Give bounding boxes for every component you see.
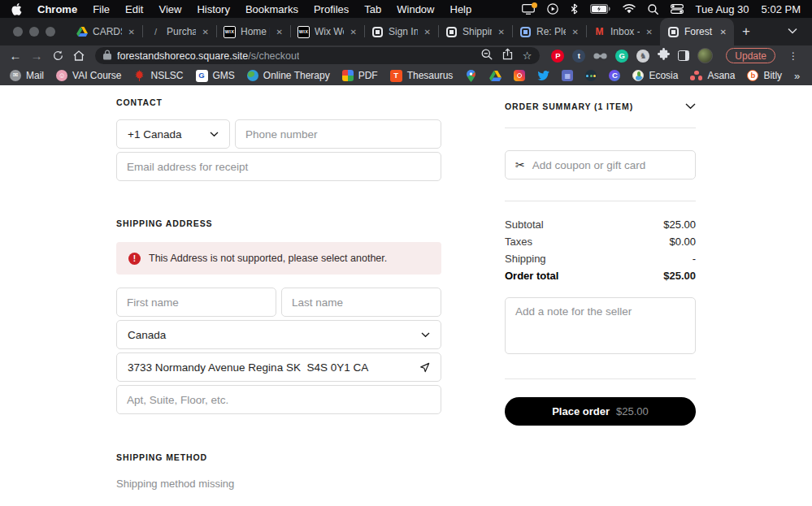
lock-icon[interactable] [103, 49, 111, 63]
twitter-bird-icon [537, 70, 549, 82]
tab-shipping[interactable]: Shipping ✕ [438, 18, 512, 45]
control-center-icon[interactable] [671, 4, 684, 14]
bookmark-dots-app[interactable] [585, 70, 597, 81]
bookmark-gms[interactable]: G GMS [196, 70, 235, 82]
contact-heading: CONTACT [116, 97, 441, 107]
tab-sign-in[interactable]: Sign In ✕ [364, 18, 438, 45]
update-button[interactable]: Update [726, 48, 775, 63]
tab-search-chevron-icon[interactable] [773, 23, 812, 45]
tab-close-icon[interactable]: ✕ [497, 27, 506, 37]
place-order-label: Place order [552, 405, 610, 417]
bitly-icon: b [747, 70, 758, 81]
bookmark-tv-app[interactable]: ▦ [562, 70, 573, 81]
tab-close-icon[interactable]: ✕ [127, 27, 137, 37]
tab-close-icon[interactable]: ✕ [645, 27, 654, 37]
bookmark-pdf[interactable]: PDF [342, 70, 378, 81]
menu-view[interactable]: View [158, 3, 181, 15]
bookmark-online-therapy[interactable]: Online Therapy [247, 70, 330, 81]
coupon-input[interactable]: ✂ Add coupon or gift card [505, 150, 696, 179]
tab-close-icon[interactable]: ✕ [201, 27, 211, 37]
email-input[interactable] [116, 152, 441, 181]
menu-window[interactable]: Window [397, 3, 434, 15]
tab-close-icon[interactable]: ✕ [571, 27, 580, 37]
share-icon[interactable] [502, 48, 513, 63]
menu-tab[interactable]: Tab [364, 3, 381, 15]
extensions-puzzle-icon[interactable] [658, 48, 670, 63]
bookmark-star-icon[interactable]: ☆ [523, 50, 532, 62]
wifi-icon[interactable] [623, 4, 636, 14]
tab-re-please[interactable]: Re: Pleas ✕ [512, 18, 586, 45]
bookmark-google-drive[interactable] [489, 70, 502, 82]
spotlight-search-icon[interactable] [648, 4, 658, 15]
menubar-date[interactable]: Tue Aug 30 [696, 3, 749, 15]
back-button[interactable]: ← [5, 50, 26, 62]
tab-close-icon[interactable]: ✕ [719, 27, 728, 37]
tab-purchase[interactable]: / Purchase ✕ [142, 18, 216, 45]
bookmark-label: NSLSC [150, 70, 183, 81]
menu-help[interactable]: Help [450, 3, 472, 15]
bookmark-ecosia[interactable]: Ecosia [632, 70, 678, 81]
minimize-window-button[interactable] [29, 27, 39, 37]
address-bar[interactable]: forestandshoreco.square.site/s/checkout … [95, 47, 540, 64]
bookmark-bitly[interactable]: b Bitly [747, 70, 782, 81]
country-code-select[interactable]: +1 Canada [116, 119, 230, 149]
chrome-menu-kebab-icon[interactable]: ⋮ [785, 50, 801, 62]
notification-display-icon[interactable] [522, 4, 535, 15]
bookmark-twitter[interactable] [537, 70, 549, 82]
new-tab-button[interactable]: + [734, 24, 760, 45]
side-panel-icon[interactable] [678, 50, 689, 61]
country-select[interactable]: Canada [116, 320, 441, 349]
seller-note-input[interactable] [505, 297, 696, 354]
tab-close-icon[interactable]: ✕ [423, 27, 432, 37]
apple-logo-icon[interactable] [11, 3, 22, 15]
gray-extension-icon[interactable]: ♞ [636, 50, 649, 63]
tab-cards[interactable]: CARDS - ✕ [68, 18, 142, 45]
reload-button[interactable] [47, 50, 68, 61]
place-order-button[interactable]: Place order $25.00 [505, 397, 696, 426]
menu-history[interactable]: History [197, 3, 229, 15]
location-arrow-icon[interactable] [419, 362, 430, 373]
bluetooth-icon[interactable] [571, 3, 578, 15]
zoom-out-icon[interactable] [481, 49, 493, 63]
bookmark-instagram[interactable] [514, 70, 525, 81]
bookmark-c-app[interactable]: C [609, 70, 620, 81]
checkout-page: CONTACT +1 Canada SHIPPING ADDRESS ! Thi… [0, 85, 812, 506]
first-name-input[interactable] [116, 288, 276, 317]
close-window-button[interactable] [13, 27, 23, 37]
tumblr-extension-icon[interactable]: t [572, 50, 585, 63]
bookmark-nslsc[interactable]: NSLSC [133, 70, 183, 82]
last-name-input[interactable] [281, 288, 441, 317]
tab-wix-website[interactable]: WIX Wix Webs ✕ [290, 18, 364, 45]
profile-avatar[interactable] [697, 48, 713, 63]
bookmark-google-maps[interactable] [465, 70, 477, 82]
forward-button[interactable]: → [26, 50, 47, 62]
zoom-window-button[interactable] [46, 27, 55, 37]
chevron-down-icon[interactable] [685, 103, 696, 110]
order-summary-header[interactable]: ORDER SUMMARY (1 ITEM) [505, 102, 696, 111]
tab-home-wix[interactable]: WIX Home | W ✕ [216, 18, 290, 45]
menu-profiles[interactable]: Profiles [314, 3, 349, 15]
menubar-time[interactable]: 5:02 PM [762, 3, 801, 15]
tab-forest-and-shore-active[interactable]: Forest an ✕ [660, 18, 734, 45]
menu-file[interactable]: File [93, 3, 110, 15]
bookmarks-overflow-chevron[interactable]: » [794, 70, 800, 82]
menu-chrome[interactable]: Chrome [37, 3, 77, 15]
address-input[interactable]: 3733 Normandy Avenue Regina SK S4S 0Y1 C… [116, 352, 441, 382]
bookmark-vai-course[interactable]: ☺ VAI Course [56, 70, 121, 81]
bookmark-asana[interactable]: Asana [690, 70, 735, 81]
menu-edit[interactable]: Edit [125, 3, 143, 15]
tab-close-icon[interactable]: ✕ [349, 27, 358, 37]
bookmark-mail[interactable]: ✉ Mail [10, 70, 44, 81]
apt-suite-input[interactable] [116, 385, 441, 414]
menu-bookmarks[interactable]: Bookmarks [245, 3, 298, 15]
pinterest-extension-icon[interactable]: P [551, 50, 564, 63]
tab-close-icon[interactable]: ✕ [275, 27, 284, 37]
home-button[interactable] [68, 50, 89, 61]
tab-inbox[interactable]: M Inbox - fo ✕ [586, 18, 660, 45]
bookmark-thesaurus[interactable]: T Thesaurus [390, 70, 454, 82]
grammarly-extension-icon[interactable]: G [615, 50, 628, 63]
battery-icon[interactable] [590, 4, 610, 14]
play-circle-icon[interactable] [547, 3, 558, 15]
phone-number-input[interactable] [235, 119, 441, 149]
binoculars-extension-icon[interactable] [593, 49, 607, 63]
